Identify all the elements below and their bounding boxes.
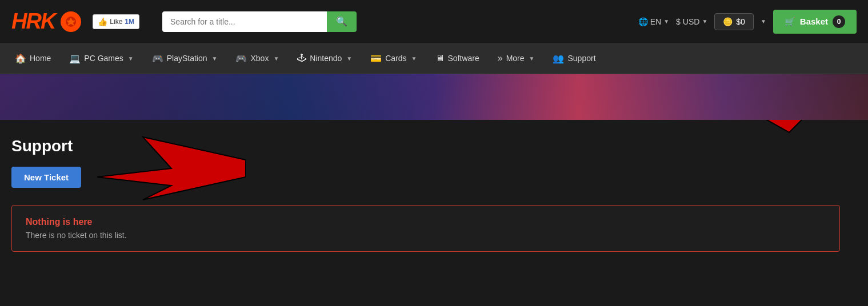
search-input[interactable]: [162, 11, 327, 32]
nav-item-more[interactable]: » More ▼: [489, 43, 544, 74]
nav-item-support[interactable]: 👥 Support: [543, 43, 605, 74]
wallet-button[interactable]: 🪙 $0: [714, 13, 754, 30]
nav-item-playstation[interactable]: 🎮 PlayStation ▼: [143, 43, 227, 74]
nav-item-home[interactable]: 🏠 Home: [6, 43, 60, 74]
logo-text: HRK: [11, 9, 55, 34]
fb-like-label: Like: [110, 18, 122, 26]
header-right: 🌐 EN ▼ $ USD ▼ 🪙 $0 ▼ 🛒 Basket 0: [638, 10, 857, 34]
currency-symbol: $: [676, 17, 681, 26]
xbox-icon: 🎮: [235, 53, 247, 64]
currency-dropdown-arrow: ▼: [702, 18, 707, 25]
currency-label: USD: [683, 17, 700, 26]
language-dropdown-arrow: ▼: [663, 18, 669, 25]
hero-banner: [0, 74, 868, 120]
main-content: Support New Ticket Nothing is here There…: [0, 120, 868, 291]
nintendo-chevron-icon: ▼: [346, 55, 352, 62]
wallet-dropdown-arrow: ▼: [761, 18, 766, 25]
nav-item-xbox[interactable]: 🎮 Xbox ▼: [226, 43, 288, 74]
language-selector[interactable]: 🌐 EN ▼: [638, 17, 669, 26]
support-page-title: Support: [11, 137, 857, 155]
basket-label: Basket: [800, 17, 828, 26]
cards-chevron-icon: ▼: [411, 55, 417, 62]
thumbs-up-icon: 👍: [98, 17, 107, 26]
playstation-chevron-icon: ▼: [212, 55, 218, 62]
logo-icon: [61, 11, 81, 32]
support-icon: 👥: [553, 53, 564, 64]
globe-icon: 🌐: [638, 17, 648, 26]
search-bar: 🔍: [162, 11, 357, 32]
cards-icon: 💳: [370, 53, 382, 64]
nav-label-software: Software: [448, 54, 479, 63]
empty-ticket-title: Nothing is here: [26, 217, 826, 227]
currency-selector[interactable]: $ USD ▼: [676, 17, 707, 26]
nintendo-icon: 🕹: [297, 53, 306, 63]
empty-ticket-box: Nothing is here There is no ticket on th…: [11, 205, 840, 252]
language-label: EN: [650, 17, 661, 26]
nav-label-nintendo: Nintendo: [310, 54, 342, 63]
nav-label-cards: Cards: [385, 54, 406, 63]
nav-label-home: Home: [30, 54, 51, 63]
pc-icon: 💻: [69, 53, 81, 64]
xbox-chevron-icon: ▼: [273, 55, 279, 62]
empty-ticket-description: There is no ticket on this list.: [26, 231, 826, 240]
wallet-balance: $0: [736, 17, 745, 26]
nav-item-nintendo[interactable]: 🕹 Nintendo ▼: [288, 43, 361, 74]
basket-icon: 🛒: [785, 17, 795, 27]
basket-count: 0: [833, 15, 845, 28]
nav-item-pc-games[interactable]: 💻 PC Games ▼: [60, 43, 142, 74]
pc-games-chevron-icon: ▼: [128, 55, 134, 62]
software-icon: 🖥: [435, 53, 445, 63]
new-ticket-button[interactable]: New Ticket: [11, 167, 81, 188]
nav-label-more: More: [506, 54, 525, 63]
nav-label-playstation: PlayStation: [167, 54, 207, 63]
logo[interactable]: HRK: [11, 9, 81, 34]
nav-label-support: Support: [567, 54, 595, 63]
more-icon: »: [498, 53, 503, 63]
fb-like-count: 1M: [125, 18, 134, 26]
wallet-icon: 🪙: [723, 17, 733, 26]
header: HRK 👍 Like 1M 🔍 🌐 EN ▼ $ USD ▼ 🪙 $0: [0, 0, 868, 43]
home-icon: 🏠: [15, 53, 26, 64]
nav: 🏠 Home 💻 PC Games ▼ 🎮 PlayStation ▼ 🎮 Xb…: [0, 43, 868, 74]
basket-button[interactable]: 🛒 Basket 0: [773, 10, 857, 34]
nav-item-cards[interactable]: 💳 Cards ▼: [361, 43, 426, 74]
playstation-icon: 🎮: [152, 53, 163, 64]
nav-item-software[interactable]: 🖥 Software: [426, 43, 489, 74]
nav-label-xbox: Xbox: [250, 54, 269, 63]
nav-label-pc-games: PC Games: [84, 54, 123, 63]
more-chevron-icon: ▼: [529, 55, 535, 62]
fb-like-button[interactable]: 👍 Like 1M: [93, 14, 139, 29]
search-button[interactable]: 🔍: [327, 11, 357, 32]
